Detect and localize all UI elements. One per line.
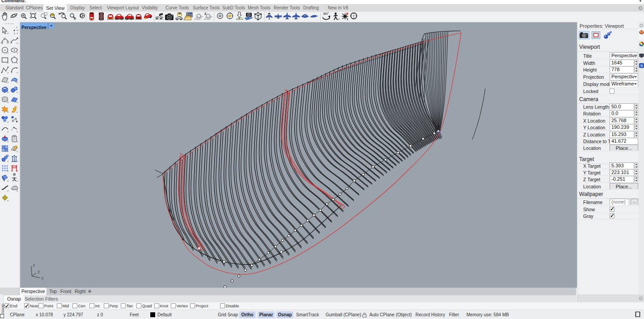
svg-text:z: z	[33, 262, 35, 268]
svg-text:360°: 360°	[323, 12, 329, 15]
svg-text:y: y	[38, 268, 40, 274]
svg-text:x: x	[41, 275, 44, 281]
svg-text:2: 2	[204, 12, 207, 16]
svg-text:?: ?	[640, 64, 643, 68]
